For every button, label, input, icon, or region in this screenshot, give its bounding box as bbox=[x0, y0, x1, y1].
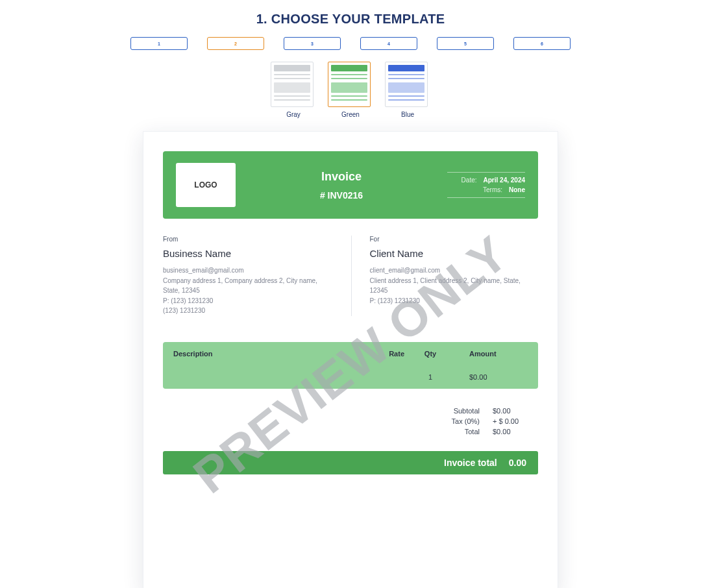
swatch-thumb-blue bbox=[385, 62, 428, 107]
swatch-label: Blue bbox=[385, 111, 430, 118]
parties: From Business Name business_email@gmail.… bbox=[163, 236, 538, 316]
swatch-label: Gray bbox=[271, 111, 316, 118]
subtotal-value: $0.00 bbox=[493, 407, 538, 415]
page-title: 1. CHOOSE YOUR TEMPLATE bbox=[0, 12, 701, 27]
tax-value: + $ 0.00 bbox=[493, 417, 538, 425]
invoice-number: # INV0216 bbox=[236, 190, 447, 201]
cell-amount: $0.00 bbox=[456, 373, 528, 381]
grand-total-bar: Invoice total 0.00 bbox=[163, 451, 538, 474]
swatch-label: Green bbox=[328, 111, 373, 118]
items-table: Description Rate Qty Amount 1 $0.00 bbox=[163, 342, 538, 389]
invoice-title-area: Invoice # INV0216 bbox=[236, 170, 447, 201]
for-address: Client address 1, Client address 2, City… bbox=[370, 276, 539, 296]
step-tab-6[interactable]: 6 bbox=[513, 37, 571, 50]
grand-total-label: Invoice total bbox=[444, 458, 497, 468]
from-block: From Business Name business_email@gmail.… bbox=[163, 236, 332, 316]
swatch-gray[interactable]: Gray bbox=[271, 62, 316, 118]
for-label: For bbox=[370, 236, 539, 243]
meta-terms-value: None bbox=[509, 186, 525, 193]
from-label: From bbox=[163, 236, 332, 243]
col-amount: Amount bbox=[456, 350, 528, 358]
for-name: Client Name bbox=[370, 248, 539, 259]
subtotal-label: Subtotal bbox=[434, 407, 480, 415]
invoice-preview: PREVIEW ONLY LOGO Invoice # INV0216 Date… bbox=[143, 131, 558, 588]
cell-rate bbox=[352, 373, 404, 381]
logo-placeholder: LOGO bbox=[176, 163, 236, 207]
invoice-header: LOGO Invoice # INV0216 Date: April 24, 2… bbox=[163, 151, 538, 219]
step-tab-2[interactable]: 2 bbox=[207, 37, 264, 50]
swatch-green[interactable]: Green bbox=[328, 62, 373, 118]
invoice-meta: Date: April 24, 2024 Terms: None bbox=[447, 169, 525, 201]
swatch-thumb-green bbox=[328, 62, 371, 107]
for-block: For Client Name client_email@gmail.com C… bbox=[351, 236, 539, 316]
from-phone1: P: (123) 1231230 bbox=[163, 296, 332, 306]
template-swatches: Gray Green Blue bbox=[0, 62, 701, 118]
total-value: $0.00 bbox=[493, 428, 538, 435]
meta-terms-label: Terms: bbox=[483, 186, 502, 193]
for-email: client_email@gmail.com bbox=[370, 265, 539, 276]
meta-date-label: Date: bbox=[461, 177, 477, 184]
step-tab-1[interactable]: 1 bbox=[130, 37, 188, 50]
step-tab-3[interactable]: 3 bbox=[284, 37, 341, 50]
cell-description bbox=[173, 373, 352, 381]
from-email: business_email@gmail.com bbox=[163, 265, 332, 276]
col-qty: Qty bbox=[404, 350, 456, 358]
invoice-title: Invoice bbox=[236, 170, 447, 184]
totals-block: Subtotal $0.00 Tax (0%) + $ 0.00 Total $… bbox=[163, 407, 538, 435]
tax-label: Tax (0%) bbox=[434, 417, 480, 425]
step-tab-5[interactable]: 5 bbox=[437, 37, 494, 50]
from-address: Company address 1, Company address 2, Ci… bbox=[163, 276, 332, 296]
step-tab-4[interactable]: 4 bbox=[360, 37, 417, 50]
total-label: Total bbox=[434, 428, 480, 435]
from-phone2: (123) 1231230 bbox=[163, 306, 332, 316]
for-phone1: P: (123) 1231230 bbox=[370, 296, 539, 306]
cell-qty: 1 bbox=[404, 373, 456, 381]
swatch-thumb-gray bbox=[271, 62, 314, 107]
meta-date-value: April 24, 2024 bbox=[484, 177, 525, 184]
col-rate: Rate bbox=[352, 350, 404, 358]
swatch-blue[interactable]: Blue bbox=[385, 62, 430, 118]
from-name: Business Name bbox=[163, 248, 332, 259]
step-tabs: 1 2 3 4 5 6 bbox=[0, 37, 701, 50]
items-header-row: Description Rate Qty Amount bbox=[163, 342, 538, 365]
col-description: Description bbox=[173, 350, 352, 358]
grand-total-value: 0.00 bbox=[509, 458, 526, 468]
items-data-row: 1 $0.00 bbox=[163, 365, 538, 389]
